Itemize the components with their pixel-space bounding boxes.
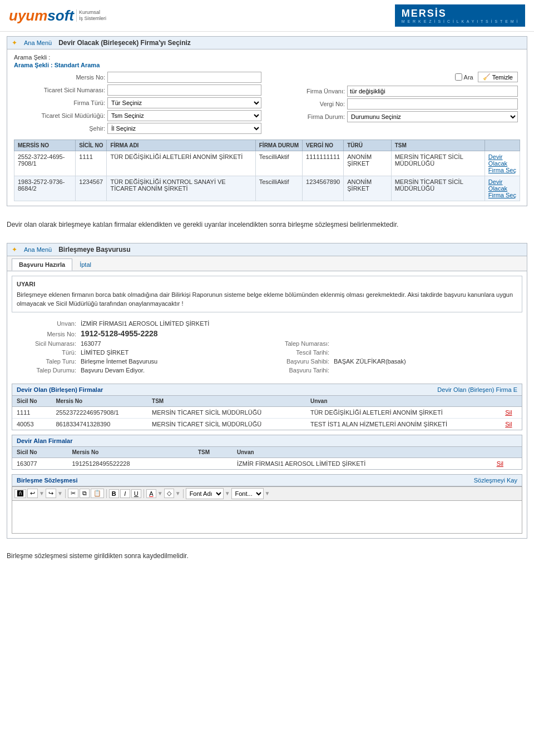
redo-dropdown-icon[interactable]: ▼ <box>57 490 63 496</box>
toolbar-italic-btn[interactable]: I <box>120 489 130 498</box>
col-vergi-no: VERGİ NO <box>303 140 344 151</box>
tabs-row: Başvuru Hazırla İptal <box>7 256 527 271</box>
tescil-tarihi-label: Tescil Tarihi: <box>267 349 334 356</box>
toolbar-bg-color-btn[interactable]: ◇ <box>164 489 174 498</box>
editor-area[interactable] <box>12 500 522 534</box>
ticaret-sicil-input[interactable] <box>107 84 261 96</box>
cell-tsm <box>194 457 233 469</box>
toolbar-bold-btn[interactable]: B <box>109 489 119 498</box>
toolbar-copy-btn[interactable]: ⧉ <box>80 489 90 498</box>
ticaret-sicil-mud-select[interactable]: Tsm Seçiniz <box>107 110 261 121</box>
application-panel: ✦ Ana Menü Birleşmeye Başvurusu Başvuru … <box>7 243 527 539</box>
cell-sil: Sil <box>492 457 522 469</box>
sil-link[interactable]: Sil <box>497 460 503 467</box>
cell-mersis-no: 2552-3722-4695-7908/1 <box>14 151 76 176</box>
talep-turu-value: Birleşme İnternet Başvurusu <box>81 358 157 365</box>
firma-durum-label: Firma Durum: <box>273 113 345 120</box>
talep-turu-row: Talep Turu: Birleşme İnternet Başvurusu <box>14 358 267 365</box>
col-actions <box>484 140 520 151</box>
brand-name: uyumsoft <box>9 7 74 24</box>
firma-turu-select[interactable]: Tür Seçiniz <box>107 97 261 108</box>
cell-vergi-no: 1234567890 <box>303 176 344 201</box>
firma-unvani-input[interactable] <box>347 86 518 97</box>
sil-link[interactable]: Sil <box>505 409 512 416</box>
page-header: uyumsoft Kurumsal İş Sistemleri MERSİS M… <box>0 0 534 32</box>
sicil-value: 163077 <box>81 340 101 347</box>
sozlesme-title: Birleşme Sözleşmesi <box>17 477 77 484</box>
font-size-dropdown-icon[interactable]: ▼ <box>265 490 270 496</box>
font-size-select[interactable]: Font... <box>231 488 264 499</box>
toolbar-redo-btn[interactable]: ↪ <box>46 489 56 498</box>
vergi-no-input[interactable] <box>347 98 518 110</box>
panel-title: Devir Olacak (Birleşecek) Firma'yı Seçin… <box>58 39 191 47</box>
cell-actions: DevirOlacak Firma Seç <box>484 176 520 201</box>
cell-sicil: 40053 <box>12 418 51 430</box>
turu-label: Türü: <box>14 349 81 356</box>
cell-firma-adi: TÜR DEĞİŞİKLİĞİ KONTROL SANAYİ VE TİCARE… <box>107 176 255 201</box>
search-fields: Mersis No: Ticaret Sicil Numarası: Firma… <box>14 72 520 134</box>
devir-alan-col-tsm: TSM <box>194 447 233 458</box>
tab-basvuru-hazirla[interactable]: Başvuru Hazırla <box>12 258 72 271</box>
temizle-button[interactable]: 🧹 Temizle <box>478 72 518 82</box>
toolbar-font-color-btn[interactable]: A <box>146 489 156 498</box>
basvuru-tarihi-row: Başvuru Tarihi: <box>267 367 520 374</box>
cell-firma-durum: TescilliAktif <box>255 176 302 201</box>
breadcrumb-ana-menu-2[interactable]: Ana Menü <box>24 246 52 253</box>
cell-mersis: 19125128495522228 <box>68 457 194 469</box>
app-panel-title: Birleşmeye Başvurusu <box>58 246 130 253</box>
devir-alan-col-sicil: Sicil No <box>12 447 68 458</box>
sozlesme-action[interactable]: Sözleşmeyi Kay <box>474 477 517 484</box>
toolbar-undo-btn[interactable]: ↩ <box>27 489 38 498</box>
table-row: 2552-3722-4695-7908/1 1111 TÜR DEĞİŞİKLİ… <box>14 151 520 176</box>
firma-sec-link[interactable]: Firma Seç <box>488 192 516 198</box>
cell-firma-durum: TescilliAktif <box>255 151 302 176</box>
star-icon: ✦ <box>12 39 17 47</box>
cell-sil: Sil <box>501 406 522 418</box>
sehir-select[interactable]: İl Seçiniz <box>107 123 261 134</box>
firma-sec-link[interactable]: Firma Seç <box>488 167 516 173</box>
devir-olan-table-wrap: Sicil No Mersis No TSM Unvan 1111 255237… <box>12 395 522 430</box>
cell-unvan: TÜR DEĞİŞİKLİĞİ ALETLERİ ANONİM ŞİRKETİ <box>306 406 501 418</box>
breadcrumb-ana-menu[interactable]: Ana Menü <box>24 39 52 46</box>
talep-turu-label: Talep Turu: <box>14 358 81 365</box>
toolbar-sep-1 <box>65 489 66 498</box>
ara-checkbox[interactable] <box>455 73 462 81</box>
sil-link[interactable]: Sil <box>505 421 512 427</box>
col-mersis-no: MERSİS NO <box>14 140 76 151</box>
ara-checkbox-label: Ara <box>455 73 473 81</box>
toolbar-special-btn[interactable]: 🅰 <box>14 489 26 498</box>
toolbar-sep-3 <box>144 489 144 498</box>
firma-durum-select[interactable]: Durumunu Seçiniz <box>347 111 518 122</box>
mersis-no-input[interactable] <box>107 72 261 83</box>
devir-alan-col-action <box>492 447 522 458</box>
undo-dropdown-icon[interactable]: ▼ <box>39 490 44 496</box>
bg-color-dropdown-icon[interactable]: ▼ <box>175 490 181 496</box>
devir-olan-action[interactable]: Devir Olan (Birleşen) Firma E <box>437 386 517 393</box>
mersis-label: Mersis No: <box>14 331 81 337</box>
font-color-dropdown-icon[interactable]: ▼ <box>157 490 163 496</box>
talep-numarasi-label: Talep Numarası: <box>267 340 334 347</box>
search-kind-value: Arama Şekli : Standart Arama <box>14 62 520 68</box>
devir-olacak-link[interactable]: DevirOlacak <box>488 153 507 167</box>
devir-olan-col-mersis: Mersis No <box>51 396 147 407</box>
devir-alan-col-unvan: Unvan <box>233 447 492 458</box>
detail-two-col: Sicil Numarası: 163077 Türü: LİMİTED ŞİR… <box>14 340 520 376</box>
search-kind-label: Arama Şekli : <box>14 54 520 61</box>
talep-durumu-label: Talep Durumu: <box>14 367 81 374</box>
bottom-info-text: Birleşme sözleşmesi sisteme girildikten … <box>0 543 534 569</box>
devir-olacak-link[interactable]: DevirOlacak <box>488 178 507 192</box>
toolbar-paste-btn[interactable]: 📋 <box>91 489 104 498</box>
turu-value: LİMİTED ŞİRKET <box>81 349 128 356</box>
detail-form: Unvan: İZMİR FİRMASI1 AEROSOL LİMİTED Şİ… <box>7 317 527 379</box>
toolbar-underline-btn[interactable]: U <box>131 489 141 498</box>
unvan-value: İZMİR FİRMASI1 AEROSOL LİMİTED ŞİRKETİ <box>81 320 209 327</box>
search-results-table-wrap: MERSİS NO SİCİL NO FİRMA ADI FİRMA DURUM… <box>14 140 520 201</box>
toolbar-cut-btn[interactable]: ✂ <box>68 489 78 498</box>
font-name-select[interactable]: Font Adı <box>186 488 224 499</box>
editor-toolbar: 🅰 ↩ ▼ ↪ ▼ ✂ ⧉ 📋 B I U A ▼ ◇ ▼ Font Adı ▼… <box>12 486 522 500</box>
col-firma-durum: FİRMA DURUM <box>255 140 302 151</box>
list-item: 40053 8618334741328390 MERSİN TİCARET Sİ… <box>12 418 522 430</box>
tab-iptal[interactable]: İptal <box>72 258 98 271</box>
firma-unvani-label: Firma Ünvanı: <box>273 88 345 94</box>
font-name-dropdown-icon[interactable]: ▼ <box>225 490 230 496</box>
